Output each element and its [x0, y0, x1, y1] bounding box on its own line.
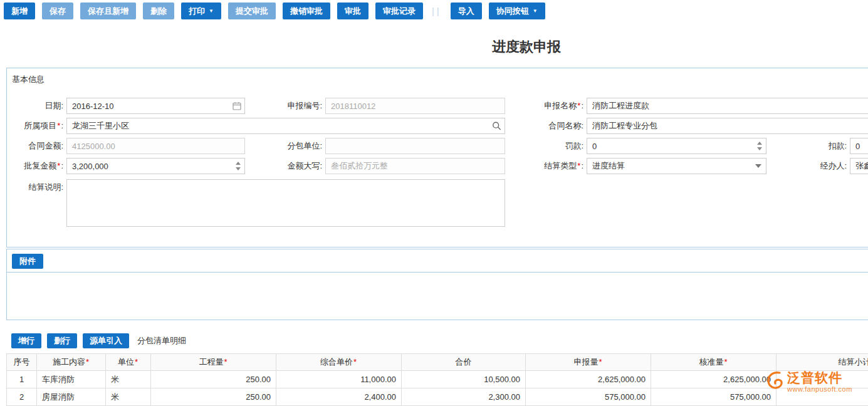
col-header-settlement-subtotal: 结算小计 [776, 354, 868, 371]
penalty-input[interactable] [587, 138, 766, 154]
subcontractor-input [325, 138, 505, 154]
fanpu-watermark: 泛普软件 www.fanpusoft.com [766, 370, 852, 393]
col-header-quantity: 工程量* [151, 354, 276, 371]
col-header-construction-content: 施工内容* [37, 354, 106, 371]
required-mark: * [724, 357, 727, 367]
attachment-area [7, 273, 868, 320]
settlement-desc-label: 结算说明: [7, 179, 63, 195]
attachment-panel: 附件 [6, 249, 868, 320]
amount-in-words-label: 金额大写: [245, 158, 322, 174]
watermark-url: www.fanpusoft.com [787, 385, 852, 393]
chevron-down-icon: ▼ [209, 9, 214, 14]
handler-label: 经办人: [766, 158, 847, 174]
subcontract-detail-table: 序号 施工内容* 单位* 工程量* 综合单价* 合价 申报量* 核准量* 结算小… [6, 353, 868, 406]
declaration-no-label: 申报编号: [245, 98, 322, 114]
form-row-3: 合同金额: 分包单位: 罚款: 扣款: [7, 138, 868, 154]
collaboration-button[interactable]: 协同按钮 ▼ [489, 3, 545, 19]
cell-unit[interactable]: 米 [106, 371, 151, 388]
revoke-approval-button[interactable]: 撤销审批 [283, 3, 330, 19]
col-header-unit: 单位* [106, 354, 151, 371]
spinner-up-icon[interactable] [236, 162, 241, 165]
declaration-name-label: 申报名称*: [505, 98, 583, 114]
number-spinner[interactable] [757, 142, 762, 150]
section-title-basic-info: 基本信息 [7, 68, 868, 85]
save-button[interactable]: 保存 [42, 3, 73, 19]
spinner-down-icon[interactable] [757, 147, 762, 150]
delete-row-button[interactable]: 删行 [47, 333, 77, 348]
required-mark: * [577, 161, 580, 170]
required-mark: * [599, 357, 602, 367]
required-mark: * [135, 357, 138, 367]
cell-unit[interactable]: 米 [106, 388, 151, 406]
cell-declared-qty[interactable]: 575,000.00 [526, 388, 651, 406]
required-mark: * [224, 357, 227, 367]
toolbar-separator: || [432, 6, 442, 16]
detail-toolbar: 增行 删行 源单引入 分包清单明细 [6, 331, 868, 348]
progress-payment-declaration-page: 新增 保存 保存且新增 删除 打印 ▼ 提交审批 撤销审批 审批 审批记录 ||… [0, 0, 868, 406]
attachment-button[interactable]: 附件 [12, 254, 43, 269]
delete-button[interactable]: 删除 [143, 3, 174, 19]
form-row-5: 结算说明: [7, 179, 505, 227]
spinner-down-icon[interactable] [236, 167, 241, 170]
source-import-button[interactable]: 源单引入 [83, 333, 129, 348]
cell-quantity[interactable]: 250.00 [151, 388, 276, 406]
settlement-type-label: 结算类型*: [505, 158, 583, 174]
subcontractor-label: 分包单位: [245, 138, 322, 154]
fanpu-logo-icon [766, 370, 785, 392]
new-button[interactable]: 新增 [4, 3, 35, 19]
penalty-label: 罚款: [505, 138, 583, 154]
save-and-new-button[interactable]: 保存且新增 [80, 3, 136, 19]
project-label: 所属项目*: [7, 118, 63, 134]
page-title: 进度款申报 [0, 38, 868, 56]
search-icon[interactable] [492, 122, 501, 131]
submit-approval-button[interactable]: 提交审批 [228, 3, 276, 19]
required-mark: * [577, 101, 580, 110]
date-label: 日期: [7, 98, 63, 114]
required-mark: * [353, 357, 357, 367]
approve-button[interactable]: 审批 [337, 3, 369, 19]
deduction-input[interactable] [850, 138, 868, 154]
print-button-label: 打印 [189, 6, 205, 17]
cell-construction-content[interactable]: 车库消防 [37, 371, 106, 388]
detail-caption: 分包清单明细 [137, 335, 186, 346]
project-input[interactable] [66, 118, 505, 134]
cell-declared-qty[interactable]: 2,625,000.00 [526, 371, 651, 388]
table-row[interactable]: 2 房屋消防 米 250.00 2,400.00 2,300.00 575,00… [7, 388, 868, 406]
cell-unit-price[interactable]: 11,000.00 [276, 371, 402, 388]
cell-approved-qty[interactable]: 575,000.00 [651, 388, 776, 406]
handler-input[interactable] [850, 158, 868, 174]
cell-total-price[interactable]: 10,500.00 [402, 371, 526, 388]
col-header-total-price: 合价 [402, 354, 526, 371]
cell-quantity[interactable]: 250.00 [151, 371, 276, 388]
detail-section: 增行 删行 源单引入 分包清单明细 序号 施工内容* 单位* 工程量* 综合单价… [6, 331, 868, 406]
contract-name-input[interactable] [587, 118, 868, 134]
import-button[interactable]: 导入 [451, 3, 482, 19]
cell-total-price[interactable]: 2,300.00 [402, 388, 526, 406]
form-row-1: 日期: 申报编号: 申报名称*: [7, 98, 868, 114]
approved-amount-input[interactable] [66, 158, 245, 174]
col-header-approved-qty: 核准量* [651, 354, 776, 371]
add-row-button[interactable]: 增行 [11, 333, 41, 348]
settlement-desc-textarea[interactable] [66, 179, 505, 227]
date-input[interactable] [66, 98, 245, 114]
table-row[interactable]: 1 车库消防 米 250.00 11,000.00 10,500.00 2,62… [7, 371, 868, 388]
col-header-seq: 序号 [7, 354, 37, 371]
spinner-up-icon[interactable] [757, 142, 762, 145]
col-header-declared-qty: 申报量* [526, 354, 651, 371]
approval-records-button[interactable]: 审批记录 [375, 3, 423, 19]
required-mark: * [86, 357, 89, 367]
watermark-name: 泛普软件 [787, 370, 852, 385]
form-row-2: 所属项目*: 合同名称: [7, 118, 868, 134]
number-spinner[interactable] [236, 162, 241, 170]
cell-approved-qty[interactable]: 2,625,000.00 [651, 371, 776, 388]
declaration-name-input[interactable] [587, 98, 868, 114]
cell-seq[interactable]: 1 [7, 371, 37, 388]
settlement-type-select[interactable] [587, 158, 766, 174]
dropdown-arrow-icon[interactable] [755, 164, 761, 168]
cell-construction-content[interactable]: 房屋消防 [37, 388, 106, 406]
cell-unit-price[interactable]: 2,400.00 [276, 388, 402, 406]
print-button[interactable]: 打印 ▼ [181, 3, 221, 19]
calendar-icon[interactable] [233, 102, 241, 110]
cell-seq[interactable]: 2 [7, 388, 37, 406]
declaration-no-input [325, 98, 505, 114]
